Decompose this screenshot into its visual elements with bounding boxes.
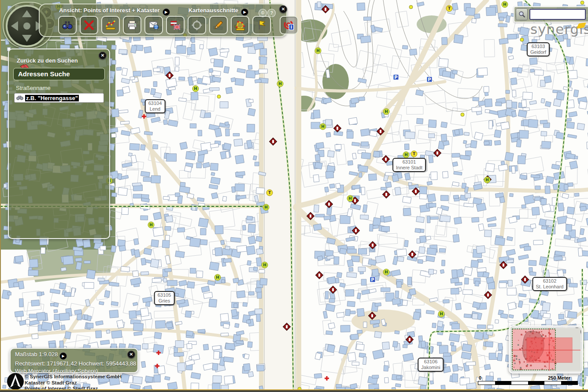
map-extracts-arrow-button[interactable]: ▶: [241, 8, 248, 16]
bus-stop-marker-icon[interactable]: H: [383, 108, 389, 115]
bus-stop-marker-icon[interactable]: H: [214, 274, 221, 280]
center-position-button[interactable]: [188, 16, 206, 34]
bus-stop-marker-icon[interactable]: H: [403, 152, 409, 158]
bus-stop-marker-icon[interactable]: H: [502, 1, 508, 7]
scalebar-zero: 0: [479, 375, 481, 381]
binoculars-icon: [16, 95, 23, 101]
svg-text:H: H: [348, 196, 352, 201]
view-selector-label[interactable]: Ansicht: Points of Interest + Kataster: [59, 7, 160, 14]
svg-text:H: H: [216, 275, 219, 280]
bus-stop-marker-icon[interactable]: H: [347, 195, 353, 202]
bus-stop-marker-icon[interactable]: H: [484, 177, 490, 183]
scalebar-distance: 250 Meter: [548, 375, 570, 381]
view-selector-arrow-button[interactable]: ▶: [163, 8, 170, 16]
district-label-63103: 63103Geidorf: [527, 42, 550, 56]
measure-area-icon: [234, 19, 246, 31]
quick-search-button[interactable]: [516, 8, 528, 20]
svg-text:H: H: [321, 124, 325, 129]
bus-stop-marker-icon[interactable]: H: [320, 123, 326, 130]
parking-marker-icon[interactable]: P: [427, 77, 432, 82]
overview-map[interactable]: [511, 328, 581, 371]
synergis-compass-logo: [7, 373, 24, 390]
bookmark-flag-icon: [256, 19, 267, 31]
scalebar: 0 250 Meter: [478, 375, 578, 386]
bus-stop-marker-icon[interactable]: H: [148, 222, 154, 228]
measure-line-icon: [105, 19, 116, 31]
svg-text:H: H: [263, 263, 266, 267]
quick-search-input[interactable]: [529, 9, 586, 20]
svg-text:T: T: [413, 152, 416, 156]
pan-left-arrow-icon[interactable]: [11, 21, 18, 31]
svg-text:H: H: [149, 223, 153, 227]
clear-selection-button[interactable]: [80, 16, 98, 34]
scale-readout: Maßstab 1:9.028 ▶: [15, 351, 137, 360]
viewport-bottom-border: [0, 389, 588, 392]
poi-dot-marker-icon[interactable]: [461, 113, 464, 116]
svg-text:H: H: [440, 312, 443, 316]
bus-stop-marker-icon[interactable]: H: [263, 204, 269, 210]
district-label-63102: 63102St. Leonhard: [533, 277, 567, 291]
svg-text:P: P: [394, 75, 397, 80]
taxi-marker-icon[interactable]: T: [446, 5, 452, 11]
svg-text:H: H: [194, 86, 197, 91]
scale-options-arrow-button[interactable]: ▶: [59, 352, 67, 360]
identify-info-button[interactable]: i: [280, 16, 298, 34]
search-panel-close-button[interactable]: ✕: [99, 52, 107, 60]
identify-info-icon: i: [283, 19, 295, 31]
poi-dot-marker-icon[interactable]: [520, 38, 524, 41]
pan-up-arrow-icon[interactable]: [22, 10, 32, 17]
taxi-marker-icon[interactable]: T: [266, 190, 273, 196]
center-position-icon: [191, 19, 203, 31]
poi-dot-marker-icon[interactable]: [217, 95, 221, 98]
svg-text:H: H: [385, 270, 388, 274]
print-button[interactable]: [123, 16, 141, 34]
measure-area-button[interactable]: [231, 16, 249, 34]
viewport-left-border: [0, 0, 1, 392]
taxi-marker-icon[interactable]: T: [411, 151, 417, 157]
pan-down-arrow-icon[interactable]: [22, 35, 32, 42]
svg-text:H: H: [264, 205, 268, 209]
bus-stop-marker-icon[interactable]: H: [315, 48, 321, 54]
status-panel-close-button[interactable]: ✕: [127, 351, 135, 358]
copyright-button[interactable]: ©: [259, 9, 267, 17]
svg-text:T: T: [448, 6, 451, 11]
bus-stop-marker-icon[interactable]: H: [438, 311, 444, 317]
street-name-input[interactable]: z.B. "Herrengasse": [14, 93, 104, 103]
map-viewport[interactable]: HHHHHHHHHHHHHHHHHTTTPPP 63101Innere Stad…: [0, 0, 588, 392]
language-flags-button[interactable]: [166, 16, 185, 34]
parking-marker-icon[interactable]: P: [393, 75, 399, 80]
map-extracts-label[interactable]: Kartenausschnitte: [189, 7, 238, 14]
send-map-button[interactable]: [144, 16, 163, 34]
help-button[interactable]: ?: [267, 9, 276, 17]
print-icon: [126, 19, 138, 31]
measure-line-button[interactable]: [101, 16, 120, 34]
overview-map-panel: ✕: [509, 325, 583, 373]
pan-center-button[interactable]: [23, 22, 30, 30]
svg-text:P: P: [371, 277, 374, 282]
bus-stop-marker-icon[interactable]: H: [262, 262, 268, 268]
svg-text:H: H: [278, 82, 282, 86]
district-label-63105: 63105Gries: [154, 291, 175, 305]
draw-pencil-icon: [213, 19, 224, 31]
svg-text:H: H: [503, 2, 507, 7]
find-binoculars-icon: [62, 19, 73, 31]
bookmark-flag-button[interactable]: [252, 16, 271, 34]
find-binoculars-button[interactable]: [58, 16, 77, 34]
parking-marker-icon[interactable]: P: [370, 277, 375, 282]
svg-text:H: H: [404, 153, 408, 157]
main-toolbar: Ansicht: Points of Interest + Kataster▶K…: [39, 4, 287, 37]
toolbar-titles: Ansicht: Points of Interest + Kataster▶K…: [59, 7, 248, 16]
search-panel-title: Adressen Suche: [13, 68, 105, 80]
svg-text:i: i: [291, 25, 292, 30]
bus-stop-marker-icon[interactable]: H: [192, 86, 199, 92]
address-search-panel: ✕ Zurück zu den Suchen Adressen Suche St…: [8, 49, 110, 239]
toolbar-close-button[interactable]: ✕: [279, 5, 287, 13]
poi-dot-marker-icon[interactable]: [581, 1, 584, 4]
bus-stop-marker-icon[interactable]: H: [277, 81, 283, 87]
status-panel: ✕ Maßstab 1:9.028 ▶ Rechtswert: 1719671,…: [10, 348, 138, 373]
district-label-63104: 63104Lend: [145, 99, 166, 113]
draw-pencil-button[interactable]: [209, 16, 228, 34]
district-label-63101: 63101Innere Stadt: [392, 158, 426, 172]
bus-stop-marker-icon[interactable]: H: [383, 269, 389, 275]
poi-dot-marker-icon[interactable]: [409, 5, 413, 9]
